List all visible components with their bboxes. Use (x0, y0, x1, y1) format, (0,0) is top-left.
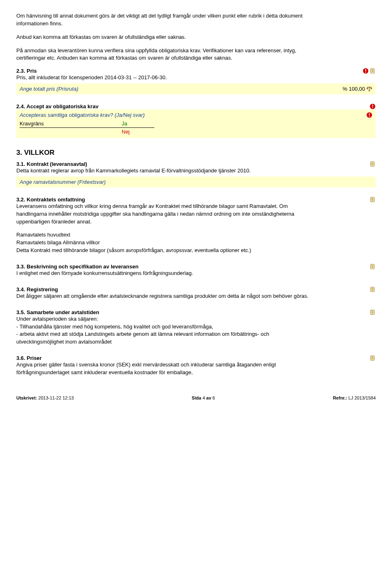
warning-icon (366, 112, 372, 118)
list-item: Ramavtalets bilaga Allmänna villkor (16, 239, 310, 247)
accept-threshold-label: Kravgräns (20, 121, 122, 127)
scales-icon (366, 86, 372, 92)
footer-page-total: 6 (211, 395, 215, 400)
contract-icon (370, 309, 376, 315)
contract-icon (370, 355, 376, 361)
footer-printed-label: Utskrivet: (16, 395, 37, 400)
accept-option-yes[interactable]: Ja (122, 121, 146, 127)
price-field-value: % 100,00 (343, 86, 365, 92)
contract-icon (370, 161, 376, 167)
section-heading-3-6: 3.6. Priser (16, 355, 370, 361)
list-item: - arbeta aktivt med att stödja Landsting… (16, 330, 310, 346)
intro-paragraph: Om hänvisning till annat dokument görs ä… (16, 12, 310, 28)
list-item: Ramavtalets huvudtext (16, 231, 310, 239)
warning-icon (363, 68, 369, 74)
footer-page-current: 4 (201, 395, 206, 400)
accept-question-label: Accepteras samtliga obligatoriska krav? … (20, 112, 145, 118)
section-heading-3-5: 3.5. Samarbete under avtalstiden (16, 309, 370, 315)
section-body: Det åligger säljaren att omgående efter … (16, 292, 310, 300)
page-footer: Utskrivet: 2013-11-22 12:13 Sida 4 av 6 … (16, 393, 376, 400)
section-heading-2-4: 2.4. Accept av obligatoriska krav (16, 103, 370, 109)
section-body: Detta kontrakt reglerar avrop från Kamma… (16, 167, 310, 175)
ramavtal-field-label: Ange ramavtalsnummer (Fritextsvar) (20, 179, 106, 185)
ramavtal-input-row[interactable]: Ange ramavtalsnummer (Fritextsvar) (16, 176, 376, 188)
section-heading-2-3: 2.3. Pris (16, 68, 363, 74)
section-body: I enlighet med den förnyade konkurrensut… (16, 270, 310, 277)
footer-refnr-value: LJ 2013/1584 (347, 395, 376, 400)
price-field-label: Ange totalt pris (Prisruta) (20, 86, 78, 92)
list-item: Detta Kontrakt med tillhörande bilagor (… (16, 247, 310, 255)
list-item: - Tillhandahålla tjänster med hög kompet… (16, 323, 310, 331)
section-heading-3-1: 3.1. Kontrakt (leveransavtal) (16, 161, 370, 167)
intro-paragraph: På anmodan ska leverantören kunna verifi… (16, 47, 310, 63)
contract-icon (370, 68, 376, 74)
warning-icon (370, 103, 376, 109)
footer-page-label: Sida (192, 395, 201, 400)
accept-option-no[interactable]: Nej (122, 129, 146, 135)
section-body: Angiva priser gäller fasta i svenska kro… (16, 361, 310, 377)
section-body: Leveransens omfattning och villkor kring… (16, 203, 310, 226)
footer-printed-value: 2013-11-22 12:13 (37, 395, 74, 400)
contract-icon (370, 263, 376, 270)
footer-page-of: av (206, 395, 211, 400)
intro-paragraph: Anbud kan komma att förkastas om svaren … (16, 33, 310, 41)
contract-icon (370, 196, 376, 203)
contract-icon (370, 286, 376, 292)
section-heading-3: 3. VILLKOR (16, 149, 376, 157)
footer-refnr-label: Refnr.: (333, 395, 347, 400)
section-heading-3-3: 3.3. Beskrivning och specifikation av le… (16, 263, 370, 270)
section-heading-3-4: 3.4. Registrering (16, 286, 370, 292)
price-input-row[interactable]: Ange totalt pris (Prisruta) % 100,00 (16, 83, 376, 94)
section-heading-3-2: 3.2. Kontraktets omfattning (16, 196, 370, 203)
section-body: Pris, allt inkluderat för licensperioden… (16, 74, 310, 82)
list-item: Under avtalsperioden ska säljaren: (16, 315, 310, 323)
